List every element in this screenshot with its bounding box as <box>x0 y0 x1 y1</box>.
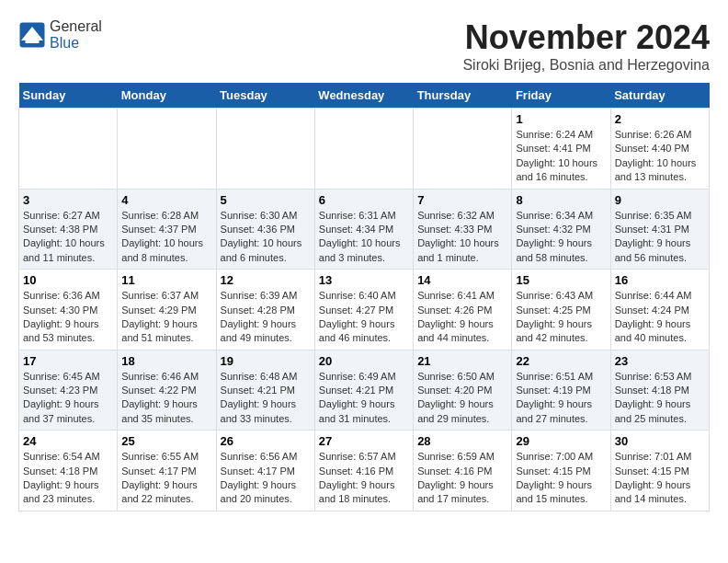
calendar-cell: 1Sunrise: 6:24 AM Sunset: 4:41 PM Daylig… <box>512 109 610 190</box>
day-number: 18 <box>121 354 211 368</box>
weekday-header-wednesday: Wednesday <box>314 83 413 109</box>
day-number: 5 <box>221 193 311 207</box>
cell-content: Sunrise: 7:01 AM Sunset: 4:15 PM Dayligh… <box>615 450 705 507</box>
cell-content: Sunrise: 6:54 AM Sunset: 4:18 PM Dayligh… <box>23 450 113 507</box>
calendar-cell: 21Sunrise: 6:50 AM Sunset: 4:20 PM Dayli… <box>414 350 512 431</box>
day-number: 8 <box>516 193 606 207</box>
day-number: 30 <box>615 434 705 448</box>
cell-content: Sunrise: 6:27 AM Sunset: 4:38 PM Dayligh… <box>23 209 113 266</box>
cell-content: Sunrise: 6:37 AM Sunset: 4:29 PM Dayligh… <box>121 289 211 346</box>
day-number: 10 <box>23 273 113 287</box>
calendar-cell <box>19 109 118 190</box>
logo-blue-text: Blue <box>50 35 79 51</box>
cell-content: Sunrise: 6:48 AM Sunset: 4:21 PM Dayligh… <box>221 370 311 427</box>
cell-content: Sunrise: 6:34 AM Sunset: 4:32 PM Dayligh… <box>516 209 606 266</box>
calendar-cell: 27Sunrise: 6:57 AM Sunset: 4:16 PM Dayli… <box>314 431 413 511</box>
day-number: 15 <box>516 273 606 287</box>
cell-content: Sunrise: 6:24 AM Sunset: 4:41 PM Dayligh… <box>516 128 606 185</box>
cell-content: Sunrise: 6:59 AM Sunset: 4:16 PM Dayligh… <box>417 450 507 507</box>
calendar-cell: 26Sunrise: 6:56 AM Sunset: 4:17 PM Dayli… <box>216 431 314 511</box>
cell-content: Sunrise: 6:31 AM Sunset: 4:34 PM Dayligh… <box>319 209 409 266</box>
day-number: 4 <box>121 193 211 207</box>
day-number: 19 <box>221 354 311 368</box>
header: General Blue November 2024 Siroki Brijeg… <box>18 18 710 74</box>
day-number: 1 <box>516 112 606 126</box>
calendar-cell <box>314 109 413 190</box>
calendar-cell: 25Sunrise: 6:55 AM Sunset: 4:17 PM Dayli… <box>118 431 216 511</box>
cell-content: Sunrise: 6:32 AM Sunset: 4:33 PM Dayligh… <box>417 209 507 266</box>
cell-content: Sunrise: 6:28 AM Sunset: 4:37 PM Dayligh… <box>121 209 211 266</box>
calendar-cell: 5Sunrise: 6:30 AM Sunset: 4:36 PM Daylig… <box>216 189 314 270</box>
week-row-3: 10Sunrise: 6:36 AM Sunset: 4:30 PM Dayli… <box>19 270 710 350</box>
weekday-header-sunday: Sunday <box>19 83 118 109</box>
calendar-cell: 19Sunrise: 6:48 AM Sunset: 4:21 PM Dayli… <box>216 350 314 431</box>
day-number: 13 <box>319 273 409 287</box>
calendar-cell: 14Sunrise: 6:41 AM Sunset: 4:26 PM Dayli… <box>414 270 512 350</box>
day-number: 28 <box>417 434 507 448</box>
location: Siroki Brijeg, Bosnia and Herzegovina <box>462 57 710 74</box>
cell-content: Sunrise: 6:51 AM Sunset: 4:19 PM Dayligh… <box>516 370 606 427</box>
week-row-2: 3Sunrise: 6:27 AM Sunset: 4:38 PM Daylig… <box>19 189 710 270</box>
calendar-cell: 6Sunrise: 6:31 AM Sunset: 4:34 PM Daylig… <box>314 189 413 270</box>
calendar-cell: 11Sunrise: 6:37 AM Sunset: 4:29 PM Dayli… <box>118 270 216 350</box>
svg-rect-2 <box>26 40 40 43</box>
cell-content: Sunrise: 6:45 AM Sunset: 4:23 PM Dayligh… <box>23 370 113 427</box>
day-number: 16 <box>615 273 705 287</box>
calendar-cell: 28Sunrise: 6:59 AM Sunset: 4:16 PM Dayli… <box>414 431 512 511</box>
calendar-cell: 22Sunrise: 6:51 AM Sunset: 4:19 PM Dayli… <box>512 350 610 431</box>
calendar-cell: 30Sunrise: 7:01 AM Sunset: 4:15 PM Dayli… <box>610 431 709 511</box>
week-row-5: 24Sunrise: 6:54 AM Sunset: 4:18 PM Dayli… <box>19 431 710 511</box>
weekday-header-monday: Monday <box>118 83 216 109</box>
week-row-4: 17Sunrise: 6:45 AM Sunset: 4:23 PM Dayli… <box>19 350 710 431</box>
calendar-cell: 9Sunrise: 6:35 AM Sunset: 4:31 PM Daylig… <box>610 189 709 270</box>
calendar-cell: 23Sunrise: 6:53 AM Sunset: 4:18 PM Dayli… <box>610 350 709 431</box>
day-number: 25 <box>121 434 211 448</box>
calendar-cell: 10Sunrise: 6:36 AM Sunset: 4:30 PM Dayli… <box>19 270 118 350</box>
cell-content: Sunrise: 6:39 AM Sunset: 4:28 PM Dayligh… <box>221 289 311 346</box>
day-number: 6 <box>319 193 409 207</box>
day-number: 26 <box>221 434 311 448</box>
calendar-cell: 12Sunrise: 6:39 AM Sunset: 4:28 PM Dayli… <box>216 270 314 350</box>
logo-general-text: General <box>50 18 102 34</box>
calendar-cell: 2Sunrise: 6:26 AM Sunset: 4:40 PM Daylig… <box>610 109 709 190</box>
title-area: November 2024 Siroki Brijeg, Bosnia and … <box>462 18 710 74</box>
day-number: 29 <box>516 434 606 448</box>
day-number: 20 <box>319 354 409 368</box>
day-number: 17 <box>23 354 113 368</box>
cell-content: Sunrise: 6:40 AM Sunset: 4:27 PM Dayligh… <box>319 289 409 346</box>
day-number: 21 <box>417 354 507 368</box>
calendar-cell <box>216 109 314 190</box>
cell-content: Sunrise: 6:53 AM Sunset: 4:18 PM Dayligh… <box>615 370 705 427</box>
cell-content: Sunrise: 6:30 AM Sunset: 4:36 PM Dayligh… <box>221 209 311 266</box>
day-number: 12 <box>221 273 311 287</box>
cell-content: Sunrise: 6:56 AM Sunset: 4:17 PM Dayligh… <box>221 450 311 507</box>
calendar-cell: 20Sunrise: 6:49 AM Sunset: 4:21 PM Dayli… <box>314 350 413 431</box>
cell-content: Sunrise: 6:26 AM Sunset: 4:40 PM Dayligh… <box>615 128 705 185</box>
cell-content: Sunrise: 7:00 AM Sunset: 4:15 PM Dayligh… <box>516 450 606 507</box>
day-number: 27 <box>319 434 409 448</box>
cell-content: Sunrise: 6:57 AM Sunset: 4:16 PM Dayligh… <box>319 450 409 507</box>
weekday-header-row: SundayMondayTuesdayWednesdayThursdayFrid… <box>19 83 710 109</box>
day-number: 9 <box>615 193 705 207</box>
cell-content: Sunrise: 6:41 AM Sunset: 4:26 PM Dayligh… <box>417 289 507 346</box>
cell-content: Sunrise: 6:50 AM Sunset: 4:20 PM Dayligh… <box>417 370 507 427</box>
calendar-table: SundayMondayTuesdayWednesdayThursdayFrid… <box>18 83 710 511</box>
month-title: November 2024 <box>462 18 710 57</box>
day-number: 3 <box>23 193 113 207</box>
cell-content: Sunrise: 6:55 AM Sunset: 4:17 PM Dayligh… <box>121 450 211 507</box>
calendar-cell: 24Sunrise: 6:54 AM Sunset: 4:18 PM Dayli… <box>19 431 118 511</box>
calendar-cell: 15Sunrise: 6:43 AM Sunset: 4:25 PM Dayli… <box>512 270 610 350</box>
cell-content: Sunrise: 6:36 AM Sunset: 4:30 PM Dayligh… <box>23 289 113 346</box>
cell-content: Sunrise: 6:49 AM Sunset: 4:21 PM Dayligh… <box>319 370 409 427</box>
weekday-header-saturday: Saturday <box>610 83 709 109</box>
calendar-cell: 8Sunrise: 6:34 AM Sunset: 4:32 PM Daylig… <box>512 189 610 270</box>
day-number: 2 <box>615 112 705 126</box>
calendar-cell <box>118 109 216 190</box>
calendar-cell: 7Sunrise: 6:32 AM Sunset: 4:33 PM Daylig… <box>414 189 512 270</box>
cell-content: Sunrise: 6:44 AM Sunset: 4:24 PM Dayligh… <box>615 289 705 346</box>
day-number: 24 <box>23 434 113 448</box>
logo: General Blue <box>18 18 102 52</box>
weekday-header-friday: Friday <box>512 83 610 109</box>
cell-content: Sunrise: 6:43 AM Sunset: 4:25 PM Dayligh… <box>516 289 606 346</box>
calendar-cell: 3Sunrise: 6:27 AM Sunset: 4:38 PM Daylig… <box>19 189 118 270</box>
